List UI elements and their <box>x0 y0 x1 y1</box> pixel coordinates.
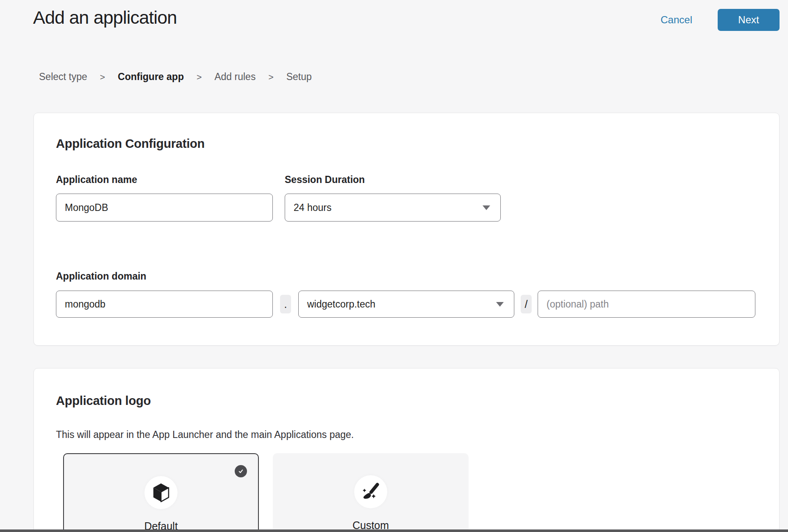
configuration-heading: Application Configuration <box>56 137 205 151</box>
logo-description: This will appear in the App Launcher and… <box>56 429 354 441</box>
header-actions: Cancel Next <box>660 9 780 31</box>
config-row: 24 hours <box>56 194 501 222</box>
logo-heading: Application logo <box>56 394 151 408</box>
paintbrush-icon <box>361 482 380 502</box>
breadcrumb-step-configure-app[interactable]: Configure app <box>118 71 184 83</box>
logo-option-custom[interactable]: Custom <box>273 453 469 532</box>
domain-slash-separator: / <box>521 295 532 313</box>
breadcrumb: Select type > Configure app > Add rules … <box>39 71 312 83</box>
application-configuration-card: Application Configuration Application na… <box>33 113 780 346</box>
breadcrumb-separator: > <box>268 72 273 82</box>
domain-value: widgetcorp.tech <box>307 299 375 310</box>
check-icon <box>237 468 244 475</box>
chevron-down-icon <box>496 302 504 307</box>
subdomain-input[interactable] <box>56 291 273 318</box>
cube-icon <box>152 483 170 502</box>
logo-circle <box>144 476 178 509</box>
path-input[interactable] <box>538 291 755 318</box>
breadcrumb-separator: > <box>100 72 105 82</box>
logo-options: Default Custom <box>63 453 469 532</box>
cancel-button[interactable]: Cancel <box>660 14 692 26</box>
domain-select[interactable]: widgetcorp.tech <box>298 291 514 318</box>
logo-circle <box>354 475 387 508</box>
next-button[interactable]: Next <box>718 9 780 31</box>
session-duration-value: 24 hours <box>294 202 332 213</box>
chevron-down-icon <box>483 205 490 210</box>
session-duration-label: Session Duration <box>285 174 365 186</box>
application-domain-label: Application domain <box>56 271 146 282</box>
selected-check-badge <box>235 465 247 477</box>
bottom-edge-bar <box>0 529 788 532</box>
breadcrumb-separator: > <box>197 72 202 82</box>
breadcrumb-step-setup[interactable]: Setup <box>286 71 312 83</box>
application-name-label: Application name <box>56 174 137 186</box>
application-name-input[interactable] <box>56 194 273 222</box>
session-duration-select[interactable]: 24 hours <box>285 194 501 222</box>
application-domain-row: . widgetcorp.tech / <box>56 290 755 318</box>
domain-dot-separator: . <box>280 295 291 313</box>
breadcrumb-step-add-rules[interactable]: Add rules <box>214 71 255 83</box>
logo-option-default[interactable]: Default <box>63 453 259 532</box>
page-title: Add an application <box>33 7 177 28</box>
application-logo-card: Application logo This will appear in the… <box>33 368 780 532</box>
breadcrumb-step-select-type[interactable]: Select type <box>39 71 87 83</box>
